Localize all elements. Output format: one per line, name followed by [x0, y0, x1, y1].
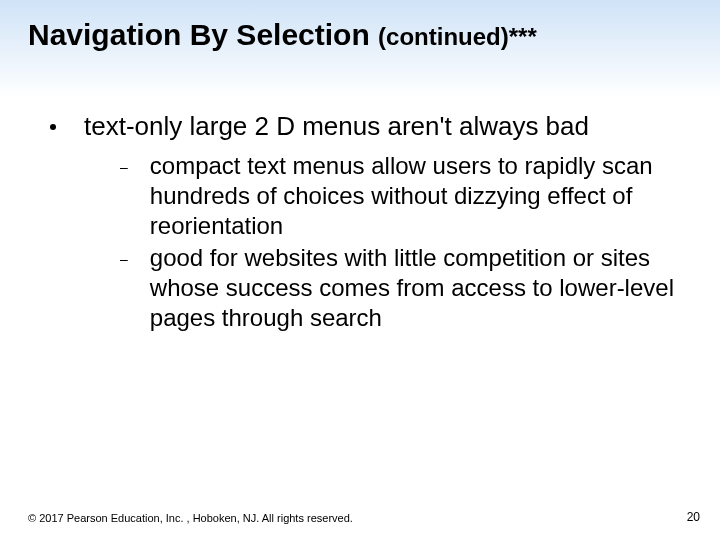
dash-icon: – — [120, 159, 128, 175]
sub-bullet-text: good for websites with little competitio… — [150, 243, 680, 333]
title-suffix: (continued)*** — [378, 23, 537, 50]
sub-bullet-item: – good for websites with little competit… — [120, 243, 680, 333]
sub-bullet-text: compact text menus allow users to rapidl… — [150, 151, 680, 241]
page-number: 20 — [687, 510, 700, 524]
slide-title: Navigation By Selection (continued)*** — [28, 18, 692, 52]
slide: Navigation By Selection (continued)*** t… — [0, 0, 720, 540]
title-main: Navigation By Selection — [28, 18, 378, 51]
sub-bullet-list: – compact text menus allow users to rapi… — [120, 151, 680, 333]
sub-bullet-item: – compact text menus allow users to rapi… — [120, 151, 680, 241]
bullet-icon — [50, 124, 56, 130]
bullet-item: text-only large 2 D menus aren't always … — [50, 110, 680, 143]
slide-body: text-only large 2 D menus aren't always … — [50, 110, 680, 335]
copyright-footer: © 2017 Pearson Education, Inc. , Hoboken… — [28, 512, 353, 524]
dash-icon: – — [120, 251, 128, 267]
bullet-text: text-only large 2 D menus aren't always … — [84, 110, 589, 143]
